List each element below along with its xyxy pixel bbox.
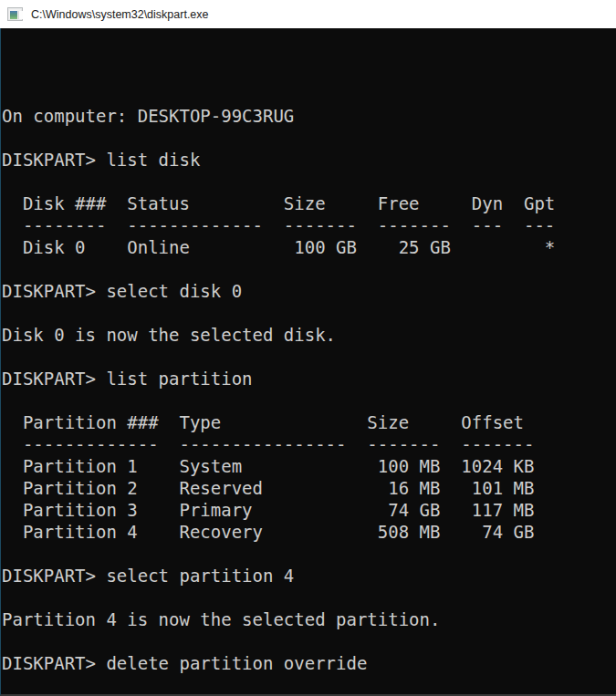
console-line: Partition 4 Recovery 508 MB 74 GB <box>2 521 616 543</box>
console-line <box>2 543 616 565</box>
console-line: Disk 0 Online 100 GB 25 GB * <box>2 236 616 258</box>
console-line <box>2 630 616 652</box>
console-line <box>2 674 616 696</box>
console-line <box>2 171 616 192</box>
console-line: Disk ### Status Size Free Dyn Gpt <box>2 192 616 214</box>
console-output[interactable]: On computer: DESKTOP-99C3RUGDISKPART> li… <box>0 28 616 696</box>
diskpart-window: C:\Windows\system32\diskpart.exe On comp… <box>0 0 616 696</box>
console-line: DISKPART> delete partition override <box>2 652 616 674</box>
console-line: DISKPART> list disk <box>2 149 616 171</box>
console-line <box>2 302 616 324</box>
console-line <box>2 587 616 608</box>
window-title: C:\Windows\system32\diskpart.exe <box>31 8 209 21</box>
title-bar[interactable]: C:\Windows\system32\diskpart.exe <box>0 0 616 28</box>
console-line <box>2 258 616 280</box>
console-line: On computer: DESKTOP-99C3RUG <box>2 105 616 127</box>
console-line: Partition ### Type Size Offset <box>2 411 616 433</box>
console-line: Partition 4 is now the selected partitio… <box>2 608 616 630</box>
console-window-icon <box>7 7 23 21</box>
console-line: Partition 1 System 100 MB 1024 KB <box>2 455 616 477</box>
console-line: DISKPART> select partition 4 <box>2 565 616 587</box>
console-line <box>2 127 616 149</box>
console-line: Partition 3 Primary 74 GB 117 MB <box>2 499 616 521</box>
console-line: DISKPART> list partition <box>2 368 616 390</box>
console-line <box>2 390 616 411</box>
console-line: Partition 2 Reserved 16 MB 101 MB <box>2 477 616 499</box>
console-line: DISKPART> select disk 0 <box>2 280 616 302</box>
console-line <box>2 346 616 368</box>
console-line: Disk 0 is now the selected disk. <box>2 324 616 346</box>
console-line: -------- ------------- ------- ------- -… <box>2 214 616 236</box>
console-line: ------------- ---------------- ------- -… <box>2 433 616 455</box>
